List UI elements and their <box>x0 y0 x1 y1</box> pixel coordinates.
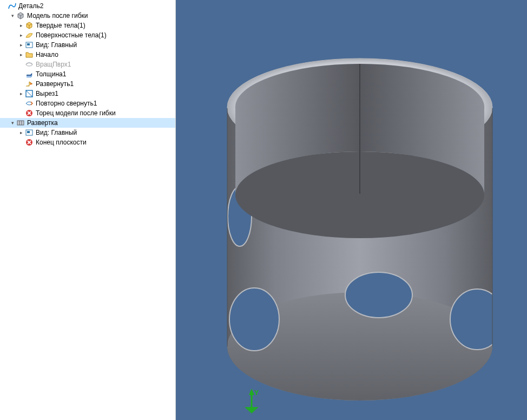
tree-item-root[interactable]: Деталь2 <box>0 1 175 11</box>
tree-item-label: Развертка <box>27 119 58 127</box>
orientation-triad[interactable]: Y <box>238 388 265 415</box>
expander-icon[interactable]: ▸ <box>17 129 25 136</box>
tree-item-label: Твердые тела(1) <box>36 21 85 30</box>
tree-item-label: Вид: Главный <box>36 41 77 49</box>
curve-icon <box>8 2 16 10</box>
svg-marker-22 <box>245 407 259 414</box>
tree-item-label: Модель после гибки <box>27 11 88 20</box>
gray-cube-icon <box>16 11 25 20</box>
expander-icon[interactable]: ▾ <box>9 12 16 19</box>
tree-item-end-bend[interactable]: Торец модели после гибки <box>0 108 175 118</box>
solid-body-icon <box>25 21 34 30</box>
unfold-icon <box>25 80 34 88</box>
tree-item-solids[interactable]: ▸ Твердые тела(1) <box>0 21 175 30</box>
refold-icon <box>25 99 34 108</box>
stop-icon <box>25 138 34 147</box>
tree-item-origin[interactable]: ▸ Начало <box>0 50 175 60</box>
tree-item-cut[interactable]: ▸ Вырез1 <box>0 89 175 99</box>
expander-icon[interactable]: ▸ <box>17 51 25 58</box>
tree-item-label: Развернуть1 <box>36 80 74 88</box>
axis-label-y: Y <box>254 389 259 397</box>
3d-model <box>176 0 527 420</box>
tree-item-view-main[interactable]: ▸ Вид: Главный <box>0 40 175 50</box>
surface-body-icon <box>25 31 34 40</box>
tree-item-label: Торец модели после гибки <box>36 109 116 117</box>
tree-item-label: Толщина1 <box>36 70 66 78</box>
tree-item-model-after-bend[interactable]: ▾ Модель после гибки <box>0 11 175 21</box>
view-icon <box>25 128 34 137</box>
expander-icon[interactable]: ▸ <box>17 22 25 29</box>
tree-item-unfold[interactable]: Развернуть1 <box>0 79 175 89</box>
view-icon <box>25 41 34 49</box>
tree-item-label: ВращПврх1 <box>36 60 71 69</box>
tree-item-label: Деталь2 <box>18 2 43 10</box>
tree-item-flat-pattern[interactable]: ▾ Развертка <box>0 118 175 128</box>
tree-item-flat-view[interactable]: ▸ Вид: Главный <box>0 128 175 137</box>
expander-icon[interactable]: ▸ <box>17 90 25 97</box>
revolve-surf-icon <box>25 60 34 69</box>
3d-viewport[interactable]: Y <box>176 0 527 420</box>
stop-icon <box>25 109 34 117</box>
flat-pattern-icon <box>16 119 25 127</box>
svg-point-13 <box>229 288 279 351</box>
feature-tree[interactable]: Деталь2 ▾ Модель после гибки ▸ Твердые т… <box>0 0 176 420</box>
svg-marker-21 <box>249 389 254 395</box>
tree-item-label: Вид: Главный <box>36 128 77 137</box>
tree-item-label: Повторно свернуть1 <box>36 99 97 108</box>
cut-icon <box>25 89 34 98</box>
svg-point-14 <box>345 272 412 318</box>
tree-item-surfaces[interactable]: ▸ Поверхностные тела(1) <box>0 30 175 40</box>
svg-point-15 <box>450 289 504 350</box>
expander-icon[interactable]: ▸ <box>17 31 25 39</box>
folder-icon <box>25 50 34 59</box>
tree-item-label: Поверхностные тела(1) <box>36 31 107 40</box>
tree-item-label: Начало <box>36 50 58 59</box>
expander-icon[interactable]: ▾ <box>9 119 16 127</box>
tree-item-revolve-surface[interactable]: ВращПврх1 <box>0 60 175 69</box>
tree-item-end-plane[interactable]: Конец плоскости <box>0 137 175 147</box>
tree-item-label: Конец плоскости <box>36 138 87 147</box>
tree-item-label: Вырез1 <box>36 89 58 98</box>
thicken-icon <box>25 70 34 78</box>
expander-icon[interactable]: ▸ <box>17 41 25 49</box>
tree-item-thickness[interactable]: Толщина1 <box>0 69 175 79</box>
tree-item-refold[interactable]: Повторно свернуть1 <box>0 99 175 108</box>
